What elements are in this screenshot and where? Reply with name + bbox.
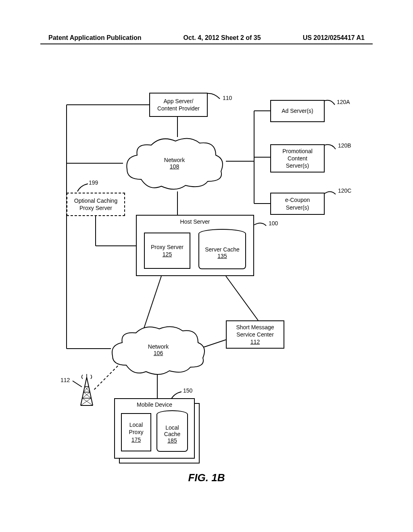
caching-proxy-label-1: Optional Caching	[74, 197, 117, 204]
svg-line-14	[226, 276, 258, 320]
local-cache-label-2: Cache	[164, 431, 180, 437]
local-proxy-ref: 175	[131, 436, 141, 443]
cell-tower-icon	[77, 373, 97, 407]
ad-server-box: Ad Server(s)	[270, 100, 325, 122]
promo-label-1: Promotional	[282, 148, 313, 155]
proxy-server-box: Proxy Server 125	[144, 233, 190, 269]
proxy-server-label: Proxy Server	[151, 243, 184, 251]
server-cache-cylinder: Server Cache 135	[198, 229, 246, 269]
header-left: Patent Application Publication	[48, 34, 142, 42]
app-server-label-1: App Server/	[164, 98, 194, 105]
network-106-cloud: Network 106	[107, 322, 210, 378]
header-center: Oct. 4, 2012 Sheet 2 of 35	[184, 34, 261, 42]
local-proxy-box: Local Proxy 175	[121, 413, 151, 451]
mobile-device-title: Mobile Device	[137, 401, 172, 408]
ecoupon-label-2: Server(s)	[286, 204, 309, 211]
server-cache-label: Server Cache	[205, 246, 240, 253]
local-cache-label-1: Local	[165, 424, 179, 431]
network-106-ref: 106	[148, 350, 169, 356]
promo-label-2: Content	[288, 155, 307, 162]
ref-150: 150	[183, 387, 192, 394]
svg-line-20	[87, 377, 93, 405]
header-rule	[40, 44, 373, 44]
ref-110: 110	[223, 95, 232, 101]
ref-120c: 120C	[338, 187, 351, 194]
ecoupon-server-box: e-Coupon Server(s)	[270, 193, 325, 215]
local-proxy-label-2: Proxy	[129, 428, 144, 436]
server-cache-ref: 135	[217, 253, 227, 259]
smsc-label-1: Short Message	[236, 324, 274, 331]
ref-112-tower: 112	[60, 377, 70, 383]
diagram-container: App Server/ Content Provider 110 Ad Serv…	[0, 81, 413, 476]
caching-proxy-box: Optional Caching Proxy Server	[67, 193, 125, 216]
figure-label: FIG. 1B	[0, 472, 413, 484]
caching-proxy-label-2: Proxy Server	[79, 204, 112, 212]
network-108-cloud: Network 108	[121, 133, 228, 193]
host-server-title: Host Server	[180, 218, 210, 225]
smsc-box: Short Message Service Center 112	[226, 320, 284, 349]
proxy-server-ref: 125	[163, 251, 172, 258]
local-cache-ref: 185	[167, 437, 177, 444]
network-108-ref: 108	[164, 163, 185, 170]
ref-120b: 120B	[338, 142, 351, 149]
local-cache-cylinder: Local Cache 185	[156, 410, 188, 453]
promo-server-box: Promotional Content Server(s)	[270, 144, 325, 172]
svg-line-19	[81, 377, 87, 405]
promo-label-3: Server(s)	[286, 162, 309, 169]
ecoupon-label-1: e-Coupon	[285, 196, 310, 204]
ref-199: 199	[89, 179, 98, 186]
app-server-box: App Server/ Content Provider	[149, 93, 208, 117]
header-right: US 2012/0254417 A1	[303, 34, 365, 42]
network-108-label: Network	[164, 157, 185, 163]
smsc-ref: 112	[250, 338, 260, 345]
app-server-label-2: Content Provider	[157, 105, 200, 112]
ref-120a: 120A	[337, 99, 350, 105]
local-proxy-label-1: Local	[129, 421, 143, 428]
network-106-label: Network	[148, 343, 169, 350]
ad-server-label: Ad Server(s)	[282, 107, 313, 114]
smsc-label-2: Service Center	[236, 331, 274, 338]
ref-100: 100	[269, 220, 278, 227]
